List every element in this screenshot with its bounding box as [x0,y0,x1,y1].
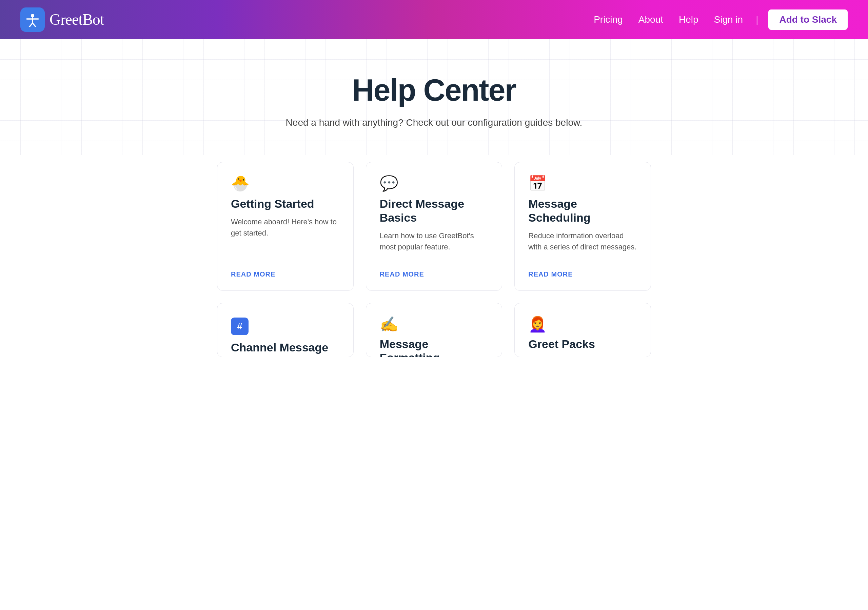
read-more-message-scheduling[interactable]: READ MORE [528,271,637,278]
logo-area: GreetBot [20,8,104,32]
card-title-channel-message: Channel Message Basics [231,341,340,357]
cards-grid-top: 🐣 Getting Started Welcome aboard! Here's… [217,162,651,291]
card-title-getting-started: Getting Started [231,197,340,211]
logo-text: GreetBot [50,11,104,28]
read-more-getting-started[interactable]: READ MORE [231,271,340,278]
nav-about[interactable]: About [632,11,669,28]
card-icon-greet-packs: 👩‍🦰 [528,317,637,332]
svg-line-3 [29,23,33,27]
card-message-formatting: ✍️ Message Formatting [366,303,502,357]
card-desc-direct-message: Learn how to use GreetBot's most popular… [380,230,488,252]
card-greet-packs: 👩‍🦰 Greet Packs [515,303,651,357]
card-message-scheduling: 📅 Message Scheduling Reduce information … [515,162,651,291]
card-direct-message: 💬 Direct Message Basics Learn how to use… [366,162,502,291]
main-nav: Pricing About Help Sign in | Add to Slac… [587,9,848,30]
card-divider-3 [528,262,637,262]
card-channel-message: # Channel Message Basics [217,303,353,357]
nav-help[interactable]: Help [673,11,705,28]
add-to-slack-button[interactable]: Add to Slack [768,9,848,30]
nav-divider: | [756,14,758,25]
read-more-direct-message[interactable]: READ MORE [380,271,488,278]
card-getting-started: 🐣 Getting Started Welcome aboard! Here's… [217,162,353,291]
cards-section: 🐣 Getting Started Welcome aboard! Here's… [197,155,671,378]
hero-subtitle: Need a hand with anything? Check out our… [14,117,854,128]
hero-section: Help Center Need a hand with anything? C… [0,39,868,155]
card-divider-1 [231,262,340,262]
card-icon-channel-message: # [231,317,340,335]
card-title-message-scheduling: Message Scheduling [528,197,637,224]
card-icon-getting-started: 🐣 [231,176,340,191]
logo-icon [20,8,45,32]
card-desc-getting-started: Welcome aboard! Here's how to get starte… [231,216,340,252]
svg-line-4 [33,23,36,27]
cards-grid-bottom: # Channel Message Basics ✍️ Message Form… [217,303,651,357]
nav-pricing[interactable]: Pricing [587,11,629,28]
nav-sign-in[interactable]: Sign in [708,11,749,28]
card-title-message-formatting: Message Formatting [380,337,488,357]
card-icon-message-formatting: ✍️ [380,317,488,332]
page-title: Help Center [14,73,854,108]
card-icon-message-scheduling: 📅 [528,176,637,191]
card-desc-message-scheduling: Reduce information overload with a serie… [528,230,637,252]
site-header: GreetBot Pricing About Help Sign in | Ad… [0,0,868,39]
card-icon-direct-message: 💬 [380,176,488,191]
card-divider-2 [380,262,488,262]
card-title-direct-message: Direct Message Basics [380,197,488,224]
card-title-greet-packs: Greet Packs [528,337,637,351]
